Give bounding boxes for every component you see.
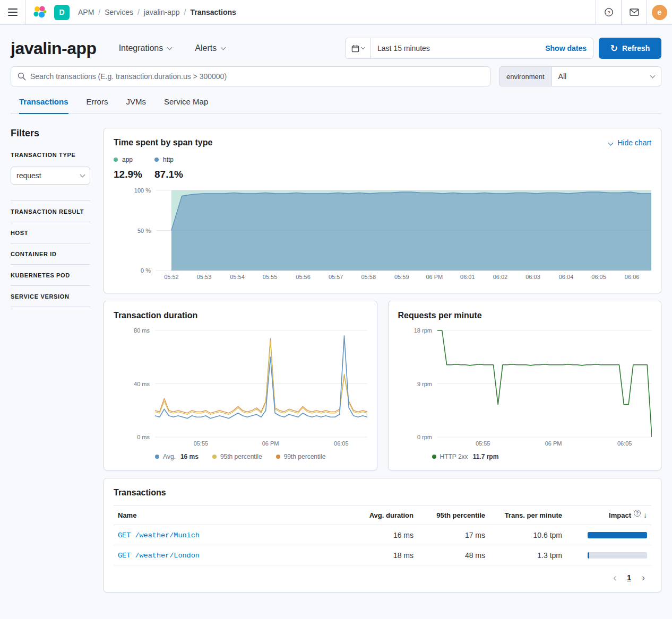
tpm-value: 10.6 tpm xyxy=(489,525,566,545)
facet-service-version[interactable]: SERVICE VERSION xyxy=(11,286,90,307)
facet-kubernetes-pod[interactable]: KUBERNETES POD xyxy=(11,265,90,286)
breadcrumb-services[interactable]: Services xyxy=(105,8,133,16)
transaction-duration-chart: 80 ms40 ms0 ms05:5506 PM06:05 xyxy=(114,328,367,450)
http2xx-series-dot xyxy=(432,455,436,459)
help-icon[interactable]: ? xyxy=(596,0,621,24)
table-row: GET /weather/Munich 16 ms 17 ms 10.6 tpm xyxy=(114,525,651,545)
main-content: Time spent by span type Hide chart app h… xyxy=(104,128,661,600)
svg-text:05:58: 05:58 xyxy=(361,274,376,280)
service-tabs: Transactions Errors JVMs Service Map xyxy=(11,97,661,114)
transactions-table: Name Avg. duration 95th percentile Trans… xyxy=(114,505,651,565)
elastic-logo-icon[interactable] xyxy=(25,0,54,24)
tab-jvms[interactable]: JVMs xyxy=(126,97,146,114)
requests-per-minute-title: Requests per minute xyxy=(398,311,652,320)
user-menu[interactable]: e xyxy=(647,0,672,24)
facet-list: TRANSACTION RESULT HOST CONTAINER ID KUB… xyxy=(11,200,90,307)
next-page-icon[interactable]: › xyxy=(642,573,645,582)
breadcrumb-separator: / xyxy=(98,8,100,16)
legend-item-app[interactable]: app xyxy=(114,156,154,163)
environment-filter-label: environment xyxy=(499,66,552,86)
svg-text:06:02: 06:02 xyxy=(493,274,508,280)
page-number[interactable]: 1 xyxy=(627,573,631,582)
p95-value: 48 ms xyxy=(418,545,489,565)
tab-service-map[interactable]: Service Map xyxy=(164,97,208,114)
facet-transaction-result[interactable]: TRANSACTION RESULT xyxy=(11,201,90,222)
breadcrumb-service[interactable]: javalin-app xyxy=(144,8,180,16)
search-icon xyxy=(18,72,26,81)
legend-item-95th[interactable]: 95th percentile xyxy=(212,453,262,460)
chevron-down-icon xyxy=(608,140,614,145)
legend-item-http[interactable]: http xyxy=(154,156,195,163)
calendar-icon xyxy=(351,45,359,53)
refresh-button[interactable]: ↻ Refresh xyxy=(599,38,661,59)
chevron-down-icon xyxy=(167,45,173,50)
sort-desc-icon[interactable]: ↓ xyxy=(643,511,647,519)
calendar-dropdown-button[interactable] xyxy=(346,38,371,58)
previous-page-icon[interactable]: ‹ xyxy=(613,573,616,582)
search-input[interactable] xyxy=(30,72,484,81)
svg-text:06 PM: 06 PM xyxy=(545,440,562,447)
tab-transactions[interactable]: Transactions xyxy=(19,97,68,114)
span-type-title: Time spent by span type xyxy=(114,138,212,147)
legend-item-http2xx[interactable]: HTTP 2xx 11.7 rpm xyxy=(432,453,499,460)
span-type-percentages: 12.9% 87.1% xyxy=(114,169,651,180)
column-impact[interactable]: Impact ? ↓ xyxy=(566,505,651,525)
transaction-type-label: TRANSACTION TYPE xyxy=(11,152,90,158)
column-avg-duration[interactable]: Avg. duration xyxy=(354,505,418,525)
svg-text:05:53: 05:53 xyxy=(197,274,212,280)
svg-text:06:05: 06:05 xyxy=(617,440,632,447)
app-series-dot xyxy=(114,158,118,162)
legend-item-avg[interactable]: Avg. 16 ms xyxy=(155,453,199,460)
facet-host[interactable]: HOST xyxy=(11,222,90,243)
transaction-link-london[interactable]: GET /weather/London xyxy=(118,552,200,560)
svg-text:0 rpm: 0 rpm xyxy=(417,434,432,440)
svg-text:06 PM: 06 PM xyxy=(262,440,279,447)
svg-text:06:05: 06:05 xyxy=(591,274,606,280)
search-row: environment All xyxy=(11,66,661,86)
svg-text:05:54: 05:54 xyxy=(230,274,245,280)
chevron-down-icon xyxy=(361,45,365,49)
legend-item-99th[interactable]: 99th percentile xyxy=(276,453,326,460)
p95-value: 17 ms xyxy=(418,525,489,545)
space-badge[interactable]: D xyxy=(54,0,70,24)
alerts-menu[interactable]: Alerts xyxy=(195,43,225,53)
impact-bar xyxy=(588,552,647,559)
transaction-link-munich[interactable]: GET /weather/Munich xyxy=(118,531,200,539)
svg-text:06:05: 06:05 xyxy=(334,440,349,447)
time-range-button[interactable]: Last 15 minutes Show dates xyxy=(371,38,593,58)
svg-text:05:59: 05:59 xyxy=(394,274,409,280)
breadcrumb: APM / Services / javalin-app / Transacti… xyxy=(78,0,236,24)
hide-chart-link[interactable]: Hide chart xyxy=(609,138,651,147)
svg-text:06:06: 06:06 xyxy=(625,274,640,280)
table-row: GET /weather/London 18 ms 48 ms 1.3 tpm xyxy=(114,545,651,565)
svg-text:40 ms: 40 ms xyxy=(134,381,150,387)
transactions-table-title: Transactions xyxy=(114,488,651,498)
svg-text:0 ms: 0 ms xyxy=(137,434,150,440)
facet-container-id[interactable]: CONTAINER ID xyxy=(11,243,90,265)
svg-text:9 rpm: 9 rpm xyxy=(417,381,432,387)
title-row: javalin-app Integrations Alerts Last 15 … xyxy=(11,38,661,59)
show-dates-link[interactable]: Show dates xyxy=(545,44,587,53)
http-percentage: 87.1% xyxy=(154,169,195,180)
svg-text:100 %: 100 % xyxy=(134,188,151,194)
svg-text:18 rpm: 18 rpm xyxy=(413,328,432,334)
transactions-table-panel: Transactions Name Avg. duration 95th per… xyxy=(104,478,661,592)
info-icon[interactable]: ? xyxy=(634,510,641,517)
newsfeed-icon[interactable] xyxy=(621,0,647,24)
menu-icon[interactable] xyxy=(0,0,25,24)
environment-select[interactable]: All xyxy=(552,66,661,86)
avatar: e xyxy=(652,5,667,20)
svg-text:05:55: 05:55 xyxy=(475,440,490,447)
span-type-panel: Time spent by span type Hide chart app h… xyxy=(104,128,661,293)
chevron-down-icon xyxy=(650,73,656,78)
column-name[interactable]: Name xyxy=(114,505,354,525)
column-trans-per-minute[interactable]: Trans. per minute xyxy=(489,505,566,525)
column-95th-percentile[interactable]: 95th percentile xyxy=(418,505,489,525)
integrations-menu[interactable]: Integrations xyxy=(119,43,172,53)
svg-text:06 PM: 06 PM xyxy=(426,274,443,280)
pagination: ‹ 1 › xyxy=(114,573,651,582)
tab-errors[interactable]: Errors xyxy=(87,97,108,114)
tpm-value: 1.3 tpm xyxy=(489,545,566,565)
breadcrumb-apm[interactable]: APM xyxy=(78,8,94,16)
transaction-type-select[interactable]: request xyxy=(11,167,90,185)
